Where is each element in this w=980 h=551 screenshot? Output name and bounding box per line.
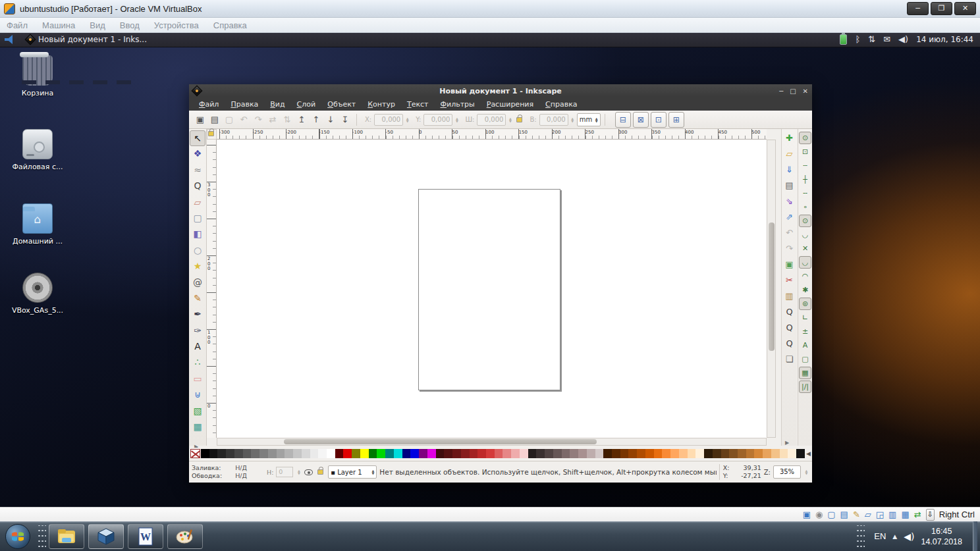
lower-button[interactable]: ↓: [323, 113, 338, 127]
measure-tool[interactable]: ▱: [190, 195, 205, 211]
taskbar-grip[interactable]: [37, 525, 46, 548]
inkscape-maximize-button[interactable]: □: [790, 88, 796, 95]
snap-path-intersections-button[interactable]: ✕: [799, 242, 811, 255]
palette-swatch[interactable]: [729, 449, 738, 458]
snap-paths-button[interactable]: ◡: [799, 228, 811, 241]
gradient-tool[interactable]: ▧: [190, 404, 205, 419]
mouse-integration-icon[interactable]: ⇄: [914, 510, 921, 520]
export-button[interactable]: ⇗: [782, 211, 796, 224]
pencil-tool[interactable]: ✎: [190, 291, 205, 307]
palette-swatch[interactable]: [360, 449, 369, 458]
palette-swatch[interactable]: [780, 449, 788, 458]
audio-icon[interactable]: ▢: [827, 510, 835, 520]
zoom-page-button[interactable]: Q: [782, 337, 796, 351]
opacity-spinner[interactable]: ▲▼: [296, 466, 302, 478]
palette-swatch[interactable]: [461, 449, 470, 458]
palette-swatch[interactable]: [553, 449, 562, 458]
fill-value[interactable]: Н/Д: [235, 464, 247, 472]
palette-swatch[interactable]: [470, 449, 478, 458]
palette-swatch[interactable]: [603, 449, 612, 458]
layer-select[interactable]: ▪Layer 1 ▲▼: [328, 465, 377, 479]
snap-bbox-centers-button[interactable]: ∘: [799, 201, 811, 213]
open-document-button[interactable]: ▱: [782, 147, 796, 161]
panel-clock[interactable]: 14 июл, 16:44: [916, 35, 973, 44]
palette-swatch[interactable]: [495, 449, 503, 458]
shared-folders-icon[interactable]: ▱: [865, 510, 871, 520]
palette-swatch[interactable]: [335, 449, 344, 458]
palette-swatch[interactable]: [243, 449, 252, 458]
inkscape-menu-item[interactable]: Правка: [226, 99, 263, 110]
snap-rotation-centers-button[interactable]: ±: [799, 325, 811, 338]
palette-swatch[interactable]: [444, 449, 452, 458]
snap-cusp-nodes-button[interactable]: ◡: [799, 256, 811, 269]
virtualbox-menu-item[interactable]: Справка: [213, 20, 247, 30]
palette-swatch[interactable]: [713, 449, 721, 458]
battery-icon[interactable]: [840, 34, 847, 45]
vertical-scrollbar-thumb[interactable]: [769, 223, 775, 351]
ellipse-tool[interactable]: ○: [190, 243, 205, 259]
palette-swatch[interactable]: [704, 449, 713, 458]
display-icon[interactable]: ◲: [876, 510, 884, 520]
palette-swatch[interactable]: [662, 449, 670, 458]
palette-swatch[interactable]: [436, 449, 445, 458]
snap-bbox-edge-midpoints-button[interactable]: ╌: [799, 187, 811, 199]
vertical-scrollbar[interactable]: [767, 140, 776, 438]
desktop-icon-filesystem[interactable]: Файловая с...: [9, 124, 66, 171]
palette-swatch[interactable]: [268, 449, 277, 458]
hdd-icon[interactable]: ▣: [803, 510, 811, 520]
horizontal-ruler[interactable]: -300-250-200-150-100-5005010015020025030…: [217, 129, 767, 140]
transform-pattern-toggle[interactable]: ⊞: [668, 112, 684, 128]
snap-bbox-edges-button[interactable]: ┄: [799, 159, 811, 172]
palette-swatch[interactable]: [427, 449, 436, 458]
inkscape-menu-item[interactable]: Фильтры: [436, 99, 479, 110]
palette-swatch[interactable]: [637, 449, 645, 458]
palette-swatch[interactable]: [394, 449, 402, 458]
panel-launcher-icon[interactable]: [4, 35, 14, 44]
start-button[interactable]: [5, 524, 30, 549]
taskbar-window-button[interactable]: Новый документ 1 - Inks...: [20, 33, 153, 46]
palette-swatch[interactable]: [520, 449, 528, 458]
pen-tool[interactable]: ✒: [190, 307, 205, 323]
palette-swatch[interactable]: [771, 449, 780, 458]
canvas[interactable]: [217, 140, 767, 438]
node-tool[interactable]: ❖: [190, 146, 205, 162]
lock-ratio-icon[interactable]: [516, 117, 522, 122]
palette-swatch[interactable]: [377, 449, 385, 458]
virtualbox-menu-item[interactable]: Ввод: [120, 20, 140, 30]
palette-swatch[interactable]: [318, 449, 327, 458]
palette-swatch[interactable]: [536, 449, 545, 458]
save-button[interactable]: ⇓: [782, 163, 796, 177]
palette-scroll-arrow[interactable]: ◀: [806, 450, 811, 457]
virtualbox-menu-item[interactable]: Устройства: [154, 20, 199, 30]
palette-swatch[interactable]: [385, 449, 394, 458]
palette-swatch[interactable]: [754, 449, 763, 458]
rotate-cw-button[interactable]: ↷: [251, 113, 265, 127]
taskbar-app-explorer[interactable]: [49, 524, 84, 549]
snap-midpoints-button[interactable]: ✱: [799, 284, 811, 296]
import-button[interactable]: ⇘: [782, 195, 796, 209]
rectangle-tool[interactable]: ▢: [190, 211, 205, 226]
rotate-ccw-button[interactable]: ↶: [236, 113, 251, 127]
restore-button[interactable]: ❐: [931, 2, 952, 15]
cd-icon[interactable]: ◉: [815, 510, 823, 520]
palette-swatch[interactable]: [293, 449, 302, 458]
palette-swatch[interactable]: [595, 449, 604, 458]
palette-swatch[interactable]: [796, 449, 805, 458]
show-desktop-button[interactable]: [973, 521, 977, 551]
volume-icon[interactable]: ◀): [898, 34, 908, 44]
layer-visibility-icon[interactable]: [304, 469, 313, 475]
spray-tool[interactable]: ∴: [190, 355, 205, 371]
inkscape-menu-item[interactable]: Объект: [323, 99, 360, 110]
inkscape-menu-item[interactable]: Файл: [194, 99, 223, 110]
palette-swatch[interactable]: [352, 449, 360, 458]
height-input[interactable]: 0,000: [539, 114, 568, 126]
speaker-icon[interactable]: ◀): [904, 531, 914, 542]
star-tool[interactable]: ★: [190, 259, 205, 275]
inkscape-menu-item[interactable]: Контур: [363, 99, 400, 110]
inkscape-close-button[interactable]: ✕: [803, 88, 808, 95]
palette-swatch[interactable]: [419, 449, 427, 458]
zoom-selection-button[interactable]: Q: [782, 305, 796, 319]
3dbox-tool[interactable]: ◧: [190, 226, 205, 242]
duplicate-button[interactable]: ❏: [782, 353, 796, 367]
palette-swatch[interactable]: [226, 449, 234, 458]
